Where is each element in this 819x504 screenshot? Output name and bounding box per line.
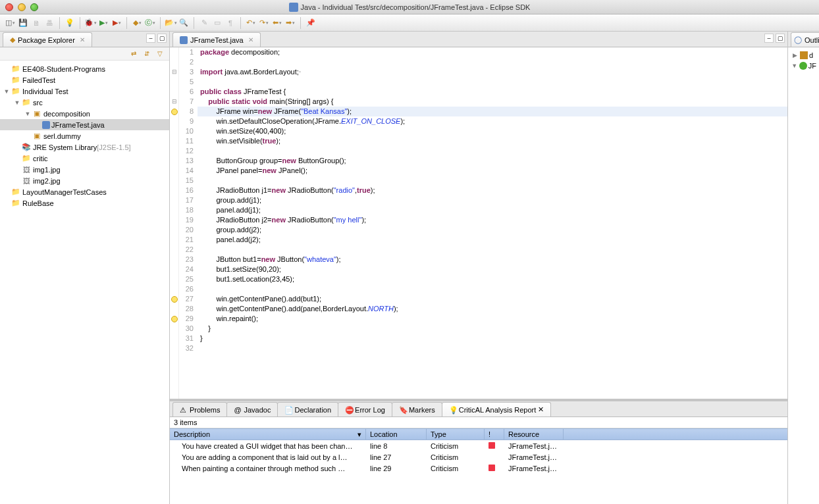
bulb-icon[interactable]: 💡	[64, 17, 76, 29]
proj-icon: 📁	[11, 76, 21, 85]
tree-item[interactable]: ▼📁Individual Test	[0, 86, 169, 97]
bottom-tab-problems[interactable]: ⚠Problems	[172, 402, 227, 416]
proj-icon: 📁	[11, 188, 21, 197]
items-count: 3 items	[170, 417, 787, 428]
maximize-editor-button[interactable]: ▢	[776, 34, 785, 43]
forward-button[interactable]: ➡▾	[284, 17, 296, 29]
back-button[interactable]: ⬅▾	[271, 17, 283, 29]
open-type-button[interactable]: 📂▾	[165, 17, 176, 29]
bottom-tab-critical-analysis-report[interactable]: 💡CriticAL Analysis Report ✕	[442, 402, 552, 416]
outline-label: Outli	[805, 36, 819, 44]
collapse-all-icon[interactable]: ⇄	[128, 49, 139, 59]
tree-item[interactable]: 📁RuleBase	[0, 197, 169, 209]
close-icon[interactable]: ✕	[248, 36, 253, 43]
main-toolbar: ◫▾ 💾 🗎 🖶 💡 🐞▾ ▶▾ ▶▾ ◆▾ ⓒ▾ 📂▾ 🔍 ✎ ▭ ¶ ↶▾ …	[0, 14, 819, 32]
bottom-tab-markers[interactable]: 🔖Markers	[392, 402, 442, 416]
problem-row[interactable]: When painting a container through method…	[170, 463, 787, 474]
tree-item[interactable]: 📁EE408-Student-Programs	[0, 63, 169, 74]
outline-tab[interactable]: ◯ Outli	[791, 32, 819, 47]
debug-button[interactable]: 🐞▾	[84, 17, 96, 29]
pin-button[interactable]: 📌	[305, 17, 317, 29]
tab-icon: 📄	[284, 406, 292, 414]
tree-item[interactable]: 📁FailedTest	[0, 74, 169, 86]
column-header[interactable]: Resource	[504, 429, 564, 440]
problem-row[interactable]: You are adding a component that is laid …	[170, 451, 787, 463]
java-icon	[289, 3, 298, 12]
tree-item[interactable]: 📁critic	[0, 153, 169, 164]
close-icon[interactable]: ✕	[80, 36, 85, 43]
tab-icon: ⚠	[180, 406, 188, 414]
new-package-button[interactable]: ◆▾	[131, 17, 143, 29]
maximize-view-button[interactable]: ▢	[157, 34, 167, 43]
package-explorer-tree[interactable]: 📁EE408-Student-Programs📁FailedTest▼📁Indi…	[0, 61, 169, 504]
link-editor-icon[interactable]: ⇵	[142, 49, 152, 59]
proj-icon: 📁	[11, 199, 21, 208]
folder-icon: 📁	[21, 98, 32, 107]
tree-item[interactable]: ▼📁src	[0, 97, 169, 108]
minimize-view-button[interactable]: –	[146, 34, 155, 43]
editor-tab-label: JFrameTest.java	[190, 36, 244, 44]
pkg-icon: ▣	[32, 132, 42, 141]
quickfix-bulb-icon[interactable]	[171, 316, 178, 322]
quickfix-bulb-icon[interactable]	[171, 296, 178, 303]
run-button[interactable]: ▶▾	[97, 17, 109, 29]
priority-icon	[489, 442, 495, 449]
column-header[interactable]: Description ▾	[170, 429, 366, 440]
code-editor[interactable]: ⊟⊟ 1235678910111213141516171819202122232…	[170, 47, 787, 399]
tree-item[interactable]: 📚JRE System Library [J2SE-1.5]	[0, 141, 169, 153]
window-title: Java - Individual Test/src/decomposition…	[0, 3, 819, 12]
tree-item[interactable]: JFrameTest.java	[0, 119, 169, 130]
column-header[interactable]: Type	[427, 429, 485, 440]
run-external-button[interactable]: ▶▾	[111, 17, 122, 29]
tree-item[interactable]: 🖼img2.jpg	[0, 175, 169, 186]
java-file-icon	[180, 36, 188, 44]
proj-icon: 📁	[11, 87, 21, 96]
tab-icon: ⛔	[345, 406, 353, 414]
tab-icon: @	[234, 406, 242, 414]
bottom-tab-javadoc[interactable]: @Javadoc	[226, 402, 278, 416]
outline-pane: ◯ Outli ▶d ▼JF	[787, 32, 819, 504]
view-menu-icon[interactable]: ▽	[155, 49, 165, 59]
priority-icon	[489, 465, 495, 471]
tab-icon: 🔖	[399, 406, 407, 414]
tab-icon: 💡	[449, 406, 457, 414]
print-button[interactable]: 🖶	[43, 17, 55, 29]
column-header[interactable]: Location	[366, 429, 427, 440]
close-icon[interactable]: ✕	[538, 405, 544, 414]
outline-item[interactable]: ▼JF	[791, 61, 816, 71]
minimize-editor-button[interactable]: –	[764, 34, 774, 43]
new-button[interactable]: ◫▾	[4, 17, 16, 29]
save-button[interactable]: 💾	[17, 17, 29, 29]
save-all-button[interactable]: 🗎	[30, 17, 42, 29]
editor-tab[interactable]: JFrameTest.java ✕	[172, 32, 261, 47]
search-button[interactable]: 🔍	[178, 17, 190, 29]
quickfix-bulb-icon[interactable]	[171, 109, 178, 115]
last-edit-button[interactable]: ↶▾	[245, 17, 257, 29]
lib-icon: 📚	[21, 143, 32, 152]
block-select-button[interactable]: ▭	[211, 17, 223, 29]
tree-item[interactable]: 📁LayoutManagerTestCases	[0, 186, 169, 197]
package-explorer-tab[interactable]: ◆ Package Explorer ✕	[3, 32, 92, 47]
bottom-tab-error-log[interactable]: ⛔Error Log	[338, 402, 392, 416]
next-annotation-button[interactable]: ↷▾	[258, 17, 270, 29]
column-header[interactable]: !	[485, 429, 504, 440]
package-explorer-icon: ◆	[10, 36, 15, 44]
tree-item[interactable]: ▣serl.dummy	[0, 130, 169, 141]
window-titlebar: Java - Individual Test/src/decomposition…	[0, 0, 819, 14]
pkg-icon: ▣	[32, 109, 42, 118]
outline-item[interactable]: ▶d	[791, 50, 816, 61]
show-whitespace-button[interactable]: ¶	[225, 17, 236, 29]
package-explorer-label: Package Explorer	[18, 36, 75, 44]
toggle-mark-button[interactable]: ✎	[198, 17, 210, 29]
new-class-button[interactable]: ⓒ▾	[144, 17, 156, 29]
problem-row[interactable]: You have created a GUI widget that has b…	[170, 440, 787, 451]
java-icon	[42, 121, 50, 129]
tree-item[interactable]: 🖼img1.jpg	[0, 164, 169, 175]
proj-icon: 📁	[11, 64, 21, 74]
img-icon: 🖼	[21, 165, 32, 174]
folder-icon: 📁	[21, 154, 32, 163]
bottom-tab-declaration[interactable]: 📄Declaration	[277, 402, 338, 416]
img-icon: 🖼	[21, 176, 32, 186]
bottom-panel: ⚠Problems@Javadoc📄Declaration⛔Error Log🔖…	[170, 399, 787, 504]
tree-item[interactable]: ▼▣decomposition	[0, 108, 169, 119]
